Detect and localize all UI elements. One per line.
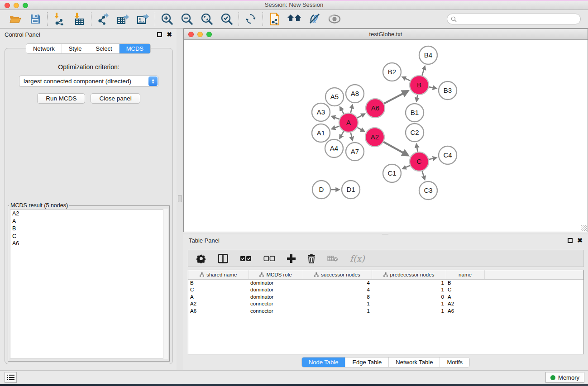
- zoom-out-icon[interactable]: [179, 12, 195, 26]
- zoom-fit-icon[interactable]: [199, 12, 215, 26]
- table-cell[interactable]: 0: [372, 293, 446, 300]
- delete-table-icon[interactable]: [327, 255, 338, 262]
- table-cell[interactable]: dominator: [249, 279, 303, 286]
- graph-edge-A-A6[interactable]: [357, 114, 364, 118]
- vertical-splitter[interactable]: [177, 29, 183, 370]
- column-header-shared-name[interactable]: shared name: [188, 270, 249, 279]
- graph-node-A[interactable]: A: [339, 113, 358, 132]
- tab-select[interactable]: Select: [89, 44, 119, 53]
- table-cell[interactable]: connector: [249, 307, 303, 315]
- graph-node-B4[interactable]: B4: [419, 46, 437, 64]
- save-session-icon[interactable]: [28, 12, 43, 26]
- table-cell[interactable]: 4: [303, 286, 372, 294]
- add-column-icon[interactable]: [287, 254, 296, 263]
- tab-mcds[interactable]: MCDS: [119, 44, 150, 53]
- graph-node-D1[interactable]: D1: [342, 181, 360, 199]
- graph-node-B3[interactable]: B3: [439, 81, 457, 100]
- column-header-successor-nodes[interactable]: successor nodes: [303, 270, 372, 279]
- close-panel-button[interactable]: Close panel: [91, 93, 140, 104]
- network-from-selection-icon[interactable]: [267, 12, 282, 26]
- table-row-b[interactable]: Bdominator41B: [188, 279, 583, 286]
- float-table-panel-icon[interactable]: [568, 238, 573, 243]
- table-cell[interactable]: 1: [303, 307, 372, 315]
- graph-edge-C-C3[interactable]: [422, 171, 425, 179]
- table-row-a2[interactable]: A2connector11A2: [188, 300, 583, 308]
- column-header-name[interactable]: name: [446, 270, 484, 279]
- first-neighbors-icon[interactable]: [287, 12, 302, 26]
- table-cell[interactable]: A6: [188, 307, 249, 315]
- table-cell[interactable]: 1: [372, 300, 446, 308]
- graph-edge-C-C4[interactable]: [429, 158, 436, 160]
- graph-edge-C-C1[interactable]: [403, 166, 410, 169]
- table-cell[interactable]: 1: [372, 279, 446, 286]
- graph-edge-A-A8[interactable]: [351, 105, 353, 113]
- table-cell[interactable]: dominator: [249, 286, 303, 294]
- search-input[interactable]: [459, 16, 577, 22]
- search-field[interactable]: [447, 14, 581, 24]
- export-image-icon[interactable]: [135, 12, 151, 26]
- delete-column-icon[interactable]: [307, 254, 316, 263]
- table-row-a6[interactable]: A6connector11A6: [188, 307, 583, 315]
- graph-edge-A-A4[interactable]: [340, 131, 344, 138]
- table-tab-node-table[interactable]: Node Table: [302, 357, 345, 367]
- graph-edge-A-A2[interactable]: [357, 128, 364, 131]
- vertical-splitter-handle[interactable]: [178, 195, 182, 202]
- graph-edge-B-B1[interactable]: [416, 95, 417, 101]
- graph-node-A6[interactable]: A6: [366, 99, 385, 118]
- graph-edge-A2-C[interactable]: [383, 142, 407, 155]
- table-cell[interactable]: 1: [372, 307, 446, 315]
- tab-network[interactable]: Network: [26, 44, 62, 53]
- graph-node-A5[interactable]: A5: [325, 88, 344, 106]
- table-tab-edge-table[interactable]: Edge Table: [345, 357, 388, 367]
- table-cell[interactable]: B: [446, 279, 484, 286]
- mcds-result-item-a[interactable]: A: [10, 218, 167, 225]
- graph-node-A4[interactable]: A4: [325, 139, 343, 157]
- graph-edge-A-A7[interactable]: [351, 132, 353, 140]
- zoom-in-icon[interactable]: [159, 12, 175, 26]
- window-resize-grip[interactable]: [581, 225, 587, 231]
- table-cell[interactable]: A2: [188, 300, 249, 308]
- table-cell[interactable]: C: [446, 286, 484, 294]
- export-table-icon[interactable]: [115, 12, 131, 26]
- graph-node-D[interactable]: D: [312, 181, 330, 199]
- refresh-layout-icon[interactable]: [243, 12, 258, 26]
- import-network-icon[interactable]: [52, 12, 67, 26]
- table-cell[interactable]: A: [188, 293, 249, 300]
- mcds-result-item-c[interactable]: C: [10, 233, 167, 240]
- table-cell[interactable]: 1: [303, 300, 372, 308]
- column-header-mcds-role[interactable]: MCDS role: [249, 270, 303, 279]
- table-tab-network-table[interactable]: Network Table: [388, 357, 440, 367]
- hide-selection-icon[interactable]: [307, 12, 322, 26]
- float-panel-icon[interactable]: [157, 32, 162, 37]
- graph-edge-B-B2[interactable]: [403, 77, 411, 81]
- graph-node-C2[interactable]: C2: [406, 124, 424, 142]
- graph-node-A1[interactable]: A1: [312, 124, 330, 142]
- import-table-icon[interactable]: [72, 12, 87, 26]
- select-all-checks-icon[interactable]: [240, 256, 252, 262]
- memory-button[interactable]: Memory: [545, 372, 584, 383]
- graph-edge-C-C2[interactable]: [416, 144, 418, 152]
- graph-node-A7[interactable]: A7: [346, 143, 364, 161]
- zoom-selected-icon[interactable]: [219, 12, 234, 26]
- table-cell[interactable]: B: [188, 279, 249, 286]
- graph-node-A8[interactable]: A8: [346, 85, 364, 103]
- mcds-result-item-a2[interactable]: A2: [10, 210, 167, 218]
- close-table-panel-icon[interactable]: ✖: [577, 238, 583, 243]
- table-cell[interactable]: 4: [303, 279, 372, 286]
- table-cell[interactable]: A2: [446, 300, 484, 308]
- table-cell[interactable]: 1: [372, 286, 446, 294]
- graph-node-B1[interactable]: B1: [406, 104, 424, 122]
- mcds-result-item-b[interactable]: B: [10, 225, 167, 233]
- function-builder-icon[interactable]: f(x): [350, 253, 365, 263]
- table-options-gear-icon[interactable]: [196, 254, 206, 263]
- table-row-a[interactable]: Adominator80A: [188, 293, 583, 300]
- graph-edge-A-A1[interactable]: [332, 126, 339, 129]
- graph-edge-B-B3[interactable]: [429, 87, 436, 88]
- close-panel-icon[interactable]: ✖: [167, 32, 172, 37]
- graph-node-C1[interactable]: C1: [383, 164, 401, 182]
- graph-node-C3[interactable]: C3: [419, 181, 437, 200]
- table-cell[interactable]: dominator: [249, 293, 303, 300]
- run-mcds-button[interactable]: Run MCDS: [37, 93, 85, 104]
- show-graphics-details-icon[interactable]: [327, 12, 342, 26]
- graph-node-B2[interactable]: B2: [383, 63, 401, 81]
